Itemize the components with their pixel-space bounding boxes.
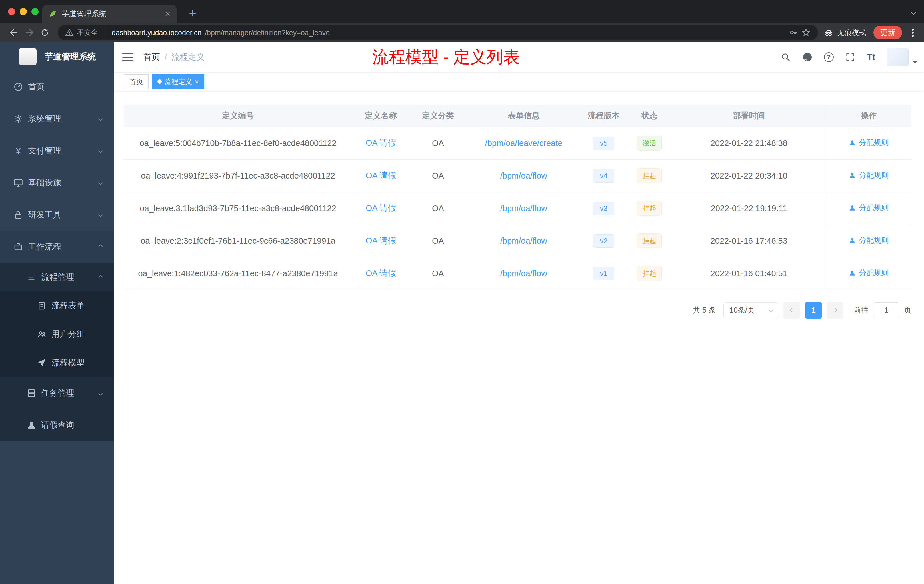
definition-id: oa_leave:1:482ec033-762a-11ec-8477-a2380… [124, 257, 352, 290]
browser-menu-icon[interactable] [912, 32, 914, 34]
security-label: 不安全 [77, 28, 98, 37]
page-content: 定义编号 定义名称 定义分类 表单信息 流程版本 状态 部署时间 操作 oa_l [114, 91, 924, 584]
goto-input[interactable] [873, 302, 899, 318]
status-badge: 挂起 [637, 201, 662, 216]
app-navbar: 首页 / 流程定义 流程模型 - 定义列表 ? Tt [114, 42, 924, 72]
definition-category: OA [409, 257, 467, 290]
assign-rule-link[interactable]: 分配规则 [848, 268, 889, 278]
sidebar-item-process-form[interactable]: 流程表单 [0, 292, 114, 320]
sidebar-item-process-mgmt[interactable]: 流程管理 [0, 263, 114, 292]
form-link[interactable]: /bpm/oa/flow [500, 269, 547, 278]
assign-rule-link[interactable]: 分配规则 [848, 236, 889, 246]
window-minimize-button[interactable] [20, 8, 27, 15]
definition-name-link[interactable]: OA 请假 [366, 236, 396, 245]
sidebar-item-devtools[interactable]: 研发工具 [0, 199, 114, 231]
browser-tab[interactable]: 芋道管理系统 × [42, 5, 177, 23]
sidebar-item-label: 研发工具 [28, 209, 61, 221]
form-link[interactable]: /bpm/oa/flow [500, 204, 547, 213]
version-badge: v1 [593, 267, 614, 280]
tab-search-chevron-icon[interactable] [911, 10, 916, 15]
tag-label: 首页 [129, 77, 143, 86]
column-header: 定义编号 [124, 105, 352, 127]
goto-label: 前往 [854, 305, 869, 315]
sidebar-item-process-model[interactable]: 流程模型 [0, 348, 114, 377]
tag-process-definition[interactable]: 流程定义 × [152, 74, 204, 89]
dashboard-icon [13, 82, 23, 92]
chevron-down-icon [98, 117, 103, 121]
sidebar-item-home[interactable]: 首页 [0, 71, 114, 103]
page-size-select[interactable]: 10条/页 [723, 302, 778, 318]
chevron-down-icon [98, 213, 103, 218]
definition-category: OA [409, 127, 467, 159]
breadcrumb-home[interactable]: 首页 [144, 51, 160, 63]
sidebar-item-label: 支付管理 [28, 145, 61, 157]
sidebar-item-workflow[interactable]: 工作流程 [0, 231, 114, 263]
pagination-total: 共 5 条 [693, 305, 716, 315]
password-key-icon[interactable] [789, 28, 798, 37]
sidebar-item-task-mgmt[interactable]: 任务管理 [0, 377, 114, 409]
prev-page-button[interactable] [784, 302, 800, 318]
definition-name-link[interactable]: OA 请假 [366, 269, 396, 278]
form-link[interactable]: /bpm/oa/flow [500, 236, 547, 246]
forward-button[interactable] [22, 25, 37, 40]
column-header: 操作 [826, 105, 911, 127]
address-bar[interactable]: 不安全 dashboard.yudao.iocoder.cn /bpm/mana… [58, 25, 818, 40]
avatar-caret-icon[interactable] [912, 61, 918, 64]
avatar[interactable] [887, 48, 909, 66]
pagination: 共 5 条 10条/页 1 前往 页 [124, 302, 911, 318]
definition-name-link[interactable]: OA 请假 [366, 171, 396, 180]
window-close-button[interactable] [8, 8, 15, 15]
chevron-down-icon [98, 391, 103, 396]
assign-rule-link[interactable]: 分配规则 [848, 170, 889, 180]
tag-label: 流程定义 [165, 77, 192, 86]
github-icon[interactable] [802, 52, 813, 62]
window-zoom-button[interactable] [31, 8, 39, 15]
person-icon [848, 139, 856, 147]
form-link[interactable]: /bpm/oa/flow [500, 171, 547, 180]
fullscreen-icon[interactable] [845, 52, 855, 62]
browser-window: 芋道管理系统 × + 不安全 dashboard.yudao.iocoder.c… [0, 0, 924, 584]
yen-icon: ¥ [13, 146, 23, 156]
sidebar-item-payment[interactable]: ¥ 支付管理 [0, 135, 114, 167]
assign-rule-link[interactable]: 分配规则 [848, 138, 889, 148]
definition-category: OA [409, 192, 467, 224]
tab-close-icon[interactable]: × [165, 9, 170, 18]
page-annotation: 流程模型 - 定义列表 [372, 46, 520, 68]
chevron-left-icon [789, 308, 794, 313]
definition-name-link[interactable]: OA 请假 [366, 203, 396, 213]
hamburger-icon[interactable] [122, 53, 133, 61]
sidebar-item-label: 基础设施 [28, 177, 61, 188]
chevron-up-icon [98, 275, 103, 280]
definition-name-link[interactable]: OA 请假 [366, 138, 396, 147]
incognito-label: 无痕模式 [837, 28, 866, 38]
help-icon[interactable]: ? [824, 52, 834, 62]
tag-home[interactable]: 首页 [124, 74, 148, 89]
tag-close-icon[interactable]: × [195, 78, 199, 85]
bookmark-star-icon[interactable] [802, 28, 810, 37]
breadcrumb: 首页 / 流程定义 [144, 51, 205, 63]
new-tab-button[interactable]: + [185, 6, 200, 21]
page-number-button[interactable]: 1 [805, 302, 822, 318]
assign-rule-link[interactable]: 分配规则 [848, 203, 889, 213]
reload-button[interactable] [37, 25, 53, 40]
search-icon[interactable] [780, 52, 791, 62]
column-header: 定义分类 [409, 105, 467, 127]
sidebar-item-leave-query[interactable]: 请假查询 [0, 409, 114, 441]
next-page-button[interactable] [827, 302, 843, 318]
sidebar-item-label: 请假查询 [41, 419, 74, 431]
sidebar-item-user-group[interactable]: 用户分组 [0, 320, 114, 348]
deploy-time: 2022-01-22 19:19:11 [672, 192, 826, 224]
main-area: 首页 / 流程定义 流程模型 - 定义列表 ? Tt [114, 42, 924, 584]
breadcrumb-current: 流程定义 [172, 51, 205, 63]
incognito-icon [823, 27, 834, 38]
back-button[interactable] [6, 25, 22, 40]
person-icon [848, 269, 856, 277]
briefcase-icon [13, 242, 23, 252]
form-link[interactable]: /bpm/oa/leave/create [485, 139, 563, 148]
sidebar-item-system[interactable]: 系统管理 [0, 103, 114, 135]
chevron-down-icon [98, 148, 103, 153]
goto-unit-label: 页 [904, 305, 911, 315]
browser-update-button[interactable]: 更新 [873, 26, 902, 40]
font-size-icon[interactable]: Tt [867, 52, 875, 63]
sidebar-item-infrastructure[interactable]: 基础设施 [0, 167, 114, 199]
